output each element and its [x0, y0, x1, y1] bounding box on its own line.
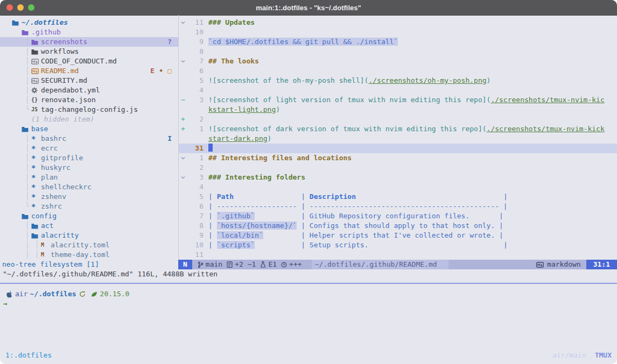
line-number: [187, 105, 204, 115]
sign-column: [179, 163, 187, 173]
buffer-line[interactable]: 5![screenshot of the oh-my-posh shell](.…: [179, 76, 617, 85]
tree-item-label: config: [31, 211, 57, 221]
tree-indent-guide: │: [25, 76, 30, 85]
buffer-line[interactable]: 31: [179, 144, 617, 153]
line-number: 11: [187, 18, 204, 27]
star-icon: *: [31, 202, 40, 211]
buffer-line[interactable]: 1## Interesting files and locations: [179, 153, 617, 163]
tree-item-github[interactable]: .github: [0, 27, 178, 37]
buffer-line[interactable]: 6: [179, 66, 617, 76]
tree-item-theme-day-toml[interactable]: ││Mtheme-day.toml: [0, 250, 178, 260]
buffer-line[interactable]: 7## The looks: [179, 56, 617, 66]
tree-item-1-hidden-item[interactable]: (1 hidden item): [0, 115, 178, 124]
text-segment: |: [208, 192, 217, 201]
buffer-line[interactable]: 4: [179, 182, 617, 192]
buffer-line[interactable]: +1![screenshot of dark version of tmux w…: [179, 124, 617, 134]
tree-item-security-md[interactable]: │SECURITY.md: [0, 76, 178, 85]
line-text: ## Interesting files and locations: [204, 153, 352, 163]
statusline-filler: [448, 260, 536, 269]
apple-icon: [6, 290, 12, 298]
braces-icon: {}: [31, 95, 40, 105]
text-segment: Path: [217, 192, 234, 201]
line-number: 5: [187, 192, 204, 202]
minimize-button[interactable]: [17, 4, 24, 11]
line-text: [204, 163, 208, 173]
sign-column: [179, 182, 187, 192]
text-segment: ### Interesting folders: [208, 173, 305, 181]
buffer-line[interactable]: 11: [179, 250, 617, 260]
markdown-link[interactable]: ./screenshots/oh-my-posh.png: [368, 76, 486, 84]
buffer-line[interactable]: 9| `local/bin` | Helper scripts that I'v…: [179, 231, 617, 240]
text-segment: ): [268, 134, 272, 142]
buffer-line[interactable]: 8| `hosts/{hostname}/` | Configs that sh…: [179, 221, 617, 231]
buffer-line[interactable]: 10| `scripts` | Setup scripts. |: [179, 240, 617, 250]
markdown-link[interactable]: start-dark.png: [208, 134, 268, 142]
line-text: [204, 250, 208, 260]
buffer-line[interactable]: 2: [179, 163, 617, 173]
tree-item-plan[interactable]: │*plan: [0, 173, 178, 182]
text-segment: | Helper scripts that I've collected or …: [263, 231, 503, 239]
line-text: ### Updates: [204, 18, 255, 27]
tree-item-shellcheckrc[interactable]: │*shellcheckrc: [0, 182, 178, 192]
tree-item-workflows[interactable]: │workflows: [0, 47, 178, 56]
editor-buffer[interactable]: 11### Updates109`cd $HOME/.dotfiles && g…: [179, 15, 617, 262]
fold-chevron-icon[interactable]: [179, 153, 187, 163]
tree-item-zshrc[interactable]: └*zshrc: [0, 202, 178, 211]
tree-indent-guide: │: [25, 153, 30, 163]
zoom-button[interactable]: [28, 4, 34, 11]
tree-item-tag-changelog-config-js[interactable]: └JStag-changelog-config.js: [0, 105, 178, 115]
buffer-line[interactable]: ~3![screenshot of light version of tmux …: [179, 95, 617, 105]
text-segment: | ------------------- | ----------------…: [208, 202, 508, 210]
tree-item-config[interactable]: config: [0, 211, 178, 221]
tmux-window-label[interactable]: 1:.dotfiles: [5, 347, 52, 364]
buffer-line[interactable]: 8: [179, 47, 617, 56]
tree-item-label: renovate.json: [41, 95, 96, 105]
buffer-line[interactable]: 5| Path | Description |: [179, 192, 617, 202]
shell-prompt: air~/.dotfiles20.15.0: [3, 289, 617, 299]
markdown-link[interactable]: kstart-light.png: [208, 105, 276, 113]
buffer-line[interactable]: 3### Interesting folders: [179, 173, 617, 182]
tree-item-gitprofile[interactable]: │*gitprofile: [0, 153, 178, 163]
buffer-line[interactable]: 6| ------------------- | ---------------…: [179, 202, 617, 211]
buffer-line[interactable]: 9`cd $HOME/.dotfiles && git pull && ./in…: [179, 37, 617, 47]
tree-item-label: plan: [41, 173, 58, 182]
line-number: 6: [187, 66, 204, 76]
line-text: ![screenshot of light version of tmux wi…: [204, 95, 605, 105]
buffer-line-wrap[interactable]: start-dark.png): [179, 134, 617, 144]
buffer-line[interactable]: +2: [179, 115, 617, 124]
tree-item-ecrc[interactable]: │*ecrc: [0, 144, 178, 153]
tree-indent-guide: │: [25, 85, 30, 95]
git-status-icon: [79, 291, 86, 297]
git-sign: ~: [179, 95, 187, 105]
fold-chevron-icon[interactable]: [179, 18, 187, 27]
tree-item-readme-md[interactable]: │README.mdE•▢: [0, 66, 178, 76]
tree-indent-guide: │: [25, 47, 30, 56]
buffer-line[interactable]: 7| `.github` | GitHub Repository configu…: [179, 211, 617, 221]
tree-item-bashrc[interactable]: │*bashrcI: [0, 134, 178, 144]
tree-item-huskyrc[interactable]: │*huskyrc: [0, 163, 178, 173]
buffer-line[interactable]: 10: [179, 27, 617, 37]
tree-item-alacritty[interactable]: │alacritty: [0, 231, 178, 240]
tree-item-renovate-json[interactable]: │{}renovate.json: [0, 95, 178, 105]
buffer-line-wrap[interactable]: kstart-light.png): [179, 105, 617, 115]
tree-item-alacritty-toml[interactable]: ││Malacritty.toml: [0, 240, 178, 250]
fold-chevron-icon[interactable]: [179, 173, 187, 182]
tree-indent-guide: │: [25, 231, 30, 240]
tree-item-base[interactable]: base: [0, 124, 178, 134]
tree-item-dependabot-yml[interactable]: │dependabot.yml: [0, 85, 178, 95]
tree-item-screenshots[interactable]: │screenshots?: [0, 37, 178, 47]
tree-item-zshenv[interactable]: │*zshenv: [0, 192, 178, 202]
shell-pane[interactable]: air~/.dotfiles20.15.0 →: [0, 284, 617, 352]
tree-item-act[interactable]: │act: [0, 221, 178, 231]
tree-item-code-of-conduct-md[interactable]: │CODE_OF_CONDUCT.md: [0, 56, 178, 66]
buffer-line[interactable]: 4: [179, 85, 617, 95]
file-tree: ~/.dotfiles.github│screenshots?│workflow…: [0, 15, 178, 260]
buffer-line[interactable]: 11### Updates: [179, 18, 617, 27]
text-segment: Description: [310, 192, 356, 201]
markdown-link[interactable]: ./screenshots/tmux-nvim-kic: [490, 96, 604, 104]
tree-item-dotfiles[interactable]: ~/.dotfiles: [0, 18, 178, 27]
close-button[interactable]: [6, 4, 13, 11]
clock-icon: [281, 262, 287, 268]
markdown-link[interactable]: ./screenshots/tmux-nvim-kick: [487, 125, 605, 133]
fold-chevron-icon[interactable]: [179, 56, 187, 66]
